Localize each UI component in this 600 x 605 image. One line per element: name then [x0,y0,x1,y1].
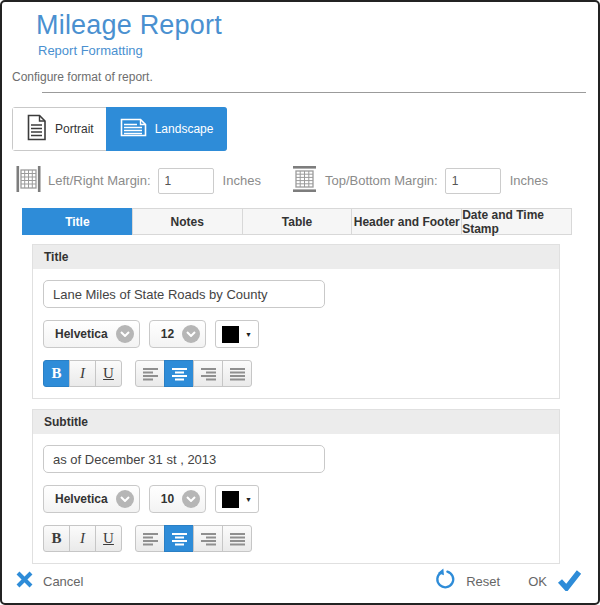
subtitle-font-size-dropdown[interactable]: 10 [149,485,206,513]
align-left-icon [142,367,159,381]
subtitle-text-input[interactable] [43,445,325,473]
ok-button[interactable]: OK [528,569,582,594]
title-font-size-dropdown[interactable]: 12 [149,320,206,348]
subtitle-panel-header: Subtitle [33,410,559,434]
portrait-document-icon [26,114,47,144]
align-center-icon [171,367,188,381]
title-align-right-button[interactable] [193,360,223,387]
chevron-down-icon [182,325,200,343]
portrait-button[interactable]: Portrait [13,108,107,150]
tab-table[interactable]: Table [242,208,353,235]
left-right-margin-icon [16,164,41,197]
title-align-left-button[interactable] [135,360,165,387]
top-bottom-margin-input[interactable] [445,168,501,194]
tab-date-and-time-stamp[interactable]: Date and Time Stamp [461,208,572,235]
top-bottom-margin-unit: Inches [510,173,548,188]
tab-notes[interactable]: Notes [132,208,243,235]
subtitle-align-left-button[interactable] [135,525,165,552]
title-align-center-button[interactable] [164,360,194,387]
dialog-footer: Cancel Reset OK [16,568,582,594]
ok-check-icon [557,569,582,594]
title-italic-button[interactable]: I [69,360,96,387]
title-font-size-value: 12 [161,327,174,341]
top-bottom-margin-icon [291,165,318,196]
subtitle-align-right-button[interactable] [193,525,223,552]
subtitle-font-family-dropdown[interactable]: Helvetica [43,485,140,513]
page-description: Configure format of report. [12,70,598,84]
subtitle-align-center-button[interactable] [164,525,194,552]
ok-label: OK [528,574,547,589]
landscape-document-icon [120,117,147,141]
subtitle-underline-button[interactable]: U [95,525,122,552]
caret-down-icon: ▼ [245,331,252,338]
title-style-group: B I U [43,360,122,387]
subtitle-panel: Subtitle Helvetica 10 ▼ [32,409,560,564]
title-underline-button[interactable]: U [95,360,122,387]
subtitle-style-group: B I U [43,525,122,552]
title-color-swatch [222,326,239,343]
page-title: Mileage Report [36,10,598,41]
margins-row: Left/Right Margin: Inches Top/Bottom Mar… [16,164,598,197]
align-left-icon [142,532,159,546]
chevron-down-icon [116,490,134,508]
orientation-toggle: Portrait Landscape [12,107,227,151]
title-bold-button[interactable]: B [43,360,70,387]
landscape-button[interactable]: Landscape [106,107,228,151]
chevron-down-icon [182,490,200,508]
title-align-group [135,360,252,387]
tab-title[interactable]: Title [22,208,133,235]
subtitle-align-group [135,525,252,552]
portrait-label: Portrait [55,122,94,136]
left-right-margin-unit: Inches [223,173,261,188]
title-font-family-value: Helvetica [55,327,108,341]
cancel-label: Cancel [43,574,83,589]
subtitle-font-size-value: 10 [161,492,174,506]
left-right-margin-input[interactable] [158,168,214,194]
subtitle-align-justify-button[interactable] [222,525,252,552]
align-right-icon [200,367,217,381]
cancel-button[interactable]: Cancel [16,571,83,591]
subtitle-color-swatch [222,491,239,508]
title-font-color-picker[interactable]: ▼ [215,320,259,348]
title-panel: Title Helvetica 12 ▼ [32,244,560,399]
chevron-down-icon [116,325,134,343]
align-right-icon [200,532,217,546]
align-justify-icon [229,532,246,546]
title-font-family-dropdown[interactable]: Helvetica [43,320,140,348]
title-panel-header: Title [33,245,559,269]
cancel-x-icon [16,571,33,591]
report-format-dialog: Mileage Report Report Formatting Configu… [0,0,600,605]
reset-label: Reset [466,574,500,589]
page-subtitle: Report Formatting [38,43,598,58]
align-center-icon [171,532,188,546]
tab-header-and-footer[interactable]: Header and Footer [351,208,462,235]
subtitle-bold-button[interactable]: B [43,525,70,552]
subtitle-italic-button[interactable]: I [69,525,96,552]
format-tabs: Title Notes Table Header and Footer Date… [22,208,572,235]
reset-icon [433,568,456,594]
title-text-input[interactable] [43,280,325,308]
caret-down-icon: ▼ [245,496,252,503]
top-bottom-margin-label: Top/Bottom Margin: [325,173,438,188]
reset-button[interactable]: Reset [433,568,500,594]
divider [42,92,586,93]
subtitle-font-family-value: Helvetica [55,492,108,506]
landscape-label: Landscape [155,122,214,136]
align-justify-icon [229,367,246,381]
left-right-margin-label: Left/Right Margin: [48,173,151,188]
title-align-justify-button[interactable] [222,360,252,387]
subtitle-font-color-picker[interactable]: ▼ [215,485,259,513]
